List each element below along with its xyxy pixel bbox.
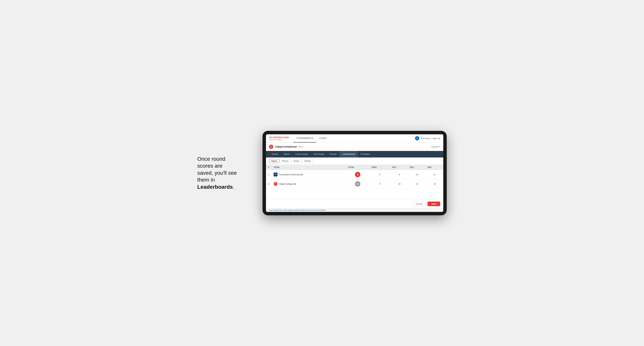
row2-thru: F xyxy=(370,179,390,188)
cancel-label: Cancel xyxy=(431,146,438,148)
url-text: https://stage-blue-coach.stagescoreboard… xyxy=(269,209,326,211)
tab-course-setup[interactable]: Course Setup xyxy=(292,151,311,158)
left-text-block: Once round scores are saved, you'll see … xyxy=(197,156,251,190)
tab-teams[interactable]: Teams xyxy=(281,151,292,158)
left-text-line3: saved, you'll see xyxy=(197,170,237,176)
row1-team-logo: SB xyxy=(274,173,278,176)
row2-rd2: -8 xyxy=(408,179,426,188)
url-bar: https://stage-blue-coach.stagescoreboard… xyxy=(266,208,443,212)
filter-bar: Teams Players Scores Strokes xyxy=(266,158,443,165)
filter-teams[interactable]: Teams xyxy=(269,159,279,163)
row1-rank: 1 xyxy=(266,170,272,179)
cancel-button[interactable]: Cancel xyxy=(412,201,426,206)
col-rank: # xyxy=(266,165,272,170)
filter-strokes[interactable]: Strokes xyxy=(302,159,313,163)
table-row: 2 C Clippd College [A] xyxy=(266,179,443,188)
row2-team: C Clippd College [A] xyxy=(272,179,346,188)
left-text-line1: Once round xyxy=(197,156,225,162)
row1-total: -5 xyxy=(346,170,370,179)
table-row: 1 SB Scoreboard University [A] xyxy=(266,170,443,179)
row1-score-badge: -5 xyxy=(355,172,360,177)
left-text-bold: Leaderboards xyxy=(197,184,233,190)
left-text-period: . xyxy=(233,184,234,190)
logo-powered-by: Powered by xyxy=(269,139,278,141)
row2-total: +3 xyxy=(346,179,370,188)
row2-team-logo: C xyxy=(274,182,278,186)
logo-clippd: clippd xyxy=(278,139,282,141)
nav-links: TOURNAMENTS TEAMS xyxy=(294,134,415,143)
col-total: TOTAL xyxy=(346,165,370,170)
tournament-header: C Clippd Invitational (Men) Cancel ✕ xyxy=(266,143,443,151)
table-header-row: # TEAM TOTAL THRU xyxy=(266,165,443,170)
row2-score-badge: +3 xyxy=(355,181,360,186)
user-name: Test User | xyxy=(421,137,431,140)
nav-right: S Test User | Sign out xyxy=(415,136,440,141)
table-body: 1 SB Scoreboard University [A] xyxy=(266,170,443,189)
leaderboard-table-container: # TEAM TOTAL THRU xyxy=(266,165,443,199)
row1-rd2: +5 xyxy=(408,170,426,179)
logo-title: SCOREBOARD xyxy=(269,136,289,139)
row1-thru: F xyxy=(370,170,390,179)
row1-team-cell: SB Scoreboard University [A] xyxy=(274,173,344,176)
logo-board: BOARD xyxy=(279,136,289,139)
tournament-name: Clippd Invitational xyxy=(275,145,297,148)
tab-tee-groups[interactable]: Tee Groups xyxy=(311,151,327,158)
nav-teams[interactable]: TEAMS xyxy=(316,134,329,143)
row2-rd3: +3 xyxy=(426,179,443,188)
tab-bar: Details Teams Course Setup Tee Groups Re… xyxy=(266,151,443,158)
left-text-line4: them in xyxy=(197,177,215,183)
col-rd2: RD2 xyxy=(408,165,426,170)
sign-out-link[interactable]: Sign out xyxy=(432,137,440,140)
tab-details[interactable]: Details xyxy=(269,151,281,158)
col-rd3: RD3 xyxy=(426,165,443,170)
row2-rd1: +8 xyxy=(390,179,408,188)
row1-rd3: -6 xyxy=(426,170,443,179)
logo-score: SCORE xyxy=(269,136,279,139)
nav-tournaments[interactable]: TOURNAMENTS xyxy=(294,134,316,143)
col-thru: THRU xyxy=(370,165,390,170)
left-text-line2: scores are xyxy=(197,163,222,169)
logo-area: SCOREBOARD Powered by clippd xyxy=(269,136,289,141)
row1-team: SB Scoreboard University [A] xyxy=(272,170,346,179)
filter-players[interactable]: Players xyxy=(280,159,290,163)
col-rd1: RD1 xyxy=(390,165,408,170)
logo-sub: Powered by clippd xyxy=(269,139,289,141)
row1-team-name: Scoreboard University [A] xyxy=(279,173,303,176)
tablet-screen: SCOREBOARD Powered by clippd TOURNAMENTS… xyxy=(266,134,443,212)
cancel-icon: ✕ xyxy=(438,145,440,148)
row2-rank: 2 xyxy=(266,179,272,188)
table-header: # TEAM TOTAL THRU xyxy=(266,165,443,170)
tab-leaderboards[interactable]: Leaderboards xyxy=(340,151,358,158)
tab-printables[interactable]: Printables xyxy=(358,151,373,158)
col-team: TEAM xyxy=(272,165,346,170)
tab-results[interactable]: Results xyxy=(327,151,340,158)
leaderboard-table: # TEAM TOTAL THRU xyxy=(266,165,443,189)
save-button[interactable]: Save xyxy=(428,201,440,206)
tournament-subtitle: (Men) xyxy=(298,146,304,148)
row1-rd1: -4 xyxy=(390,170,408,179)
bottom-bar: Cancel Save xyxy=(266,199,443,208)
row2-team-name: Clippd College [A] xyxy=(279,183,296,185)
tournament-cancel[interactable]: Cancel ✕ xyxy=(431,145,440,148)
user-avatar: S xyxy=(415,136,419,141)
tablet-device: SCOREBOARD Powered by clippd TOURNAMENTS… xyxy=(262,131,447,215)
filter-scores[interactable]: Scores xyxy=(291,159,302,163)
page-container: Once round scores are saved, you'll see … xyxy=(197,131,447,215)
row2-team-cell: C Clippd College [A] xyxy=(274,182,344,186)
tournament-logo: C xyxy=(269,145,273,149)
top-nav: SCOREBOARD Powered by clippd TOURNAMENTS… xyxy=(266,134,443,143)
